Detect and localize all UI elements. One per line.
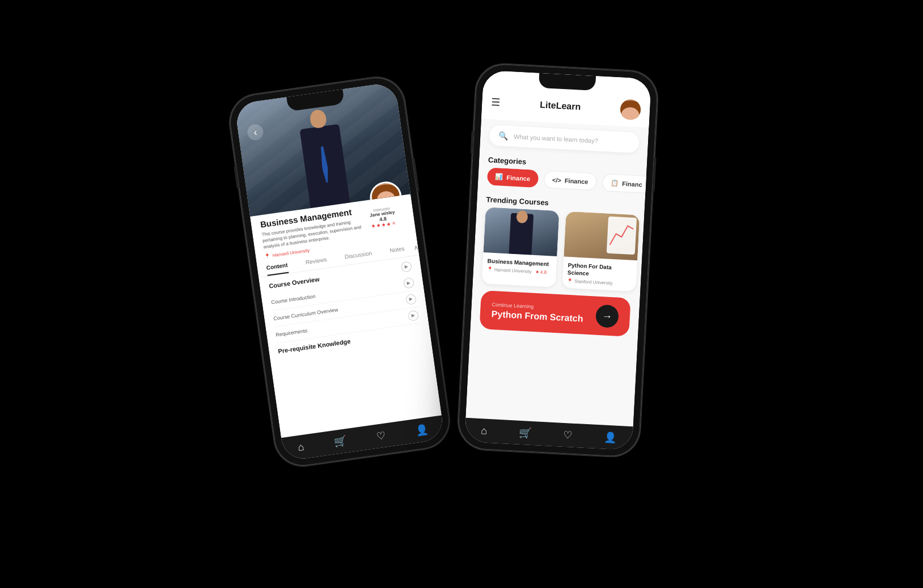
star-2: ★ [376,222,381,229]
nav-cart-icon[interactable]: 🛒 [333,434,348,449]
phone-left: Business Management This course provides… [227,74,453,469]
content-list: Course Overview ▶ Course Introduction ▶ … [259,255,442,437]
card-body-business: Business Management 📍 Harvard University… [482,252,557,280]
tabs-chevron: ∧ [413,239,420,255]
rating-business: ★ 4.8 [535,269,547,274]
search-bar[interactable]: 🔍 What you want to learn today? [489,125,640,153]
card-thumb-business [484,207,560,256]
continue-content: Continue Learning Python From Scratch [491,301,583,323]
card-meta-business: 📍 Harvard University ★ 4.8 [487,266,552,275]
instructor-block: Instructor Jane wisley 4.8 ★ ★ ★ ★ ★ [369,205,397,229]
left-screen: Business Management This course provides… [234,82,445,462]
right-nav-profile-icon[interactable]: 👤 [604,430,617,443]
nav-home-icon[interactable]: ⌂ [297,441,305,453]
menu-icon[interactable]: ☰ [491,96,501,109]
right-bottom-nav: ⌂ 🛒 ♡ 👤 [464,417,633,450]
card-meta-python: 📍 Stanford University [567,278,632,286]
right-nav-home-icon[interactable]: ⌂ [481,424,488,437]
play-icon-overview[interactable]: ▶ [401,260,412,272]
search-placeholder: What you want to learn today? [514,133,598,144]
nav-heart-icon[interactable]: ♡ [376,429,387,442]
card-thumb-python [564,211,640,260]
card-title-business: Business Management [487,257,552,268]
play-icon-curriculum[interactable]: ▶ [405,293,417,304]
course-card-business[interactable]: Business Management 📍 Harvard University… [482,207,560,287]
category-finance-active[interactable]: 📊 Finance [487,167,539,188]
card-body-python: Python For Data Science 📍 Stanford Unive… [562,256,637,291]
right-nav-cart-icon[interactable]: 🛒 [519,426,532,439]
book-icon: 📋 [611,179,619,187]
chart-paper [607,216,637,255]
card-title-python: Python For Data Science [568,261,633,279]
trending-row: Business Management 📍 Harvard University… [472,206,644,298]
star-5: ★ [391,220,396,226]
play-icon-intro[interactable]: ▶ [403,277,414,288]
star-3: ★ [381,221,386,227]
search-icon: 🔍 [498,131,509,141]
course-card-python[interactable]: Python For Data Science 📍 Stanford Unive… [562,211,640,291]
continue-arrow[interactable]: → [595,304,619,328]
user-avatar[interactable] [620,99,641,120]
category-finance-code[interactable]: </> Finance [543,170,597,191]
app-title: LiteLearn [540,99,581,112]
play-icon-req[interactable]: ▶ [408,310,419,321]
right-screen: ☰ LiteLearn 🔍 What you want to learn tod… [464,70,651,450]
finance-chart-icon: 📊 [495,173,503,181]
star-4: ★ [386,221,391,227]
pin-icon-business: 📍 [487,266,493,272]
category-finance-book[interactable]: 📋 Financ [602,173,646,193]
phone-right: ☰ LiteLearn 🔍 What you want to learn tod… [457,63,658,458]
notch-right [539,73,596,90]
star-1: ★ [371,223,376,229]
tab-notes[interactable]: Notes [389,242,405,258]
nav-profile-icon[interactable]: 👤 [415,423,429,437]
right-nav-heart-icon[interactable]: ♡ [563,428,573,441]
code-icon: </> [552,176,562,183]
section-overview-title: Course Overview [268,275,320,289]
location-pin-icon: 📍 [264,253,270,259]
pin-icon-python: 📍 [567,278,573,284]
continue-learning-card[interactable]: Continue Learning Python From Scratch → [479,290,630,337]
